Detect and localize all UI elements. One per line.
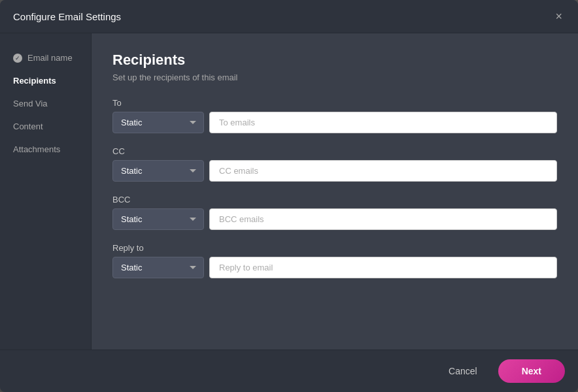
- sidebar-item-recipients[interactable]: Recipients: [0, 69, 91, 92]
- content-title: Recipients: [112, 52, 557, 69]
- field-label-cc: CC: [112, 146, 557, 156]
- cc-type-dropdown[interactable]: Static Dynamic Variable: [112, 160, 204, 182]
- check-icon-email-name: ✓: [13, 54, 22, 63]
- sidebar-item-email-name[interactable]: ✓ Email name: [0, 46, 91, 69]
- field-label-to: To: [112, 98, 557, 108]
- modal-title: Configure Email Settings: [13, 11, 121, 22]
- cancel-button[interactable]: Cancel: [435, 359, 490, 383]
- content-area: Recipients Set up the recipients of this…: [92, 33, 578, 350]
- sidebar: ✓ Email name Recipients Send Via Content…: [0, 33, 92, 350]
- bcc-type-dropdown[interactable]: Static Dynamic Variable: [112, 208, 204, 230]
- field-row-reply-to: Static Dynamic Variable: [112, 257, 557, 278]
- modal-body: ✓ Email name Recipients Send Via Content…: [0, 33, 578, 350]
- field-label-reply-to: Reply to: [112, 243, 557, 253]
- field-group-bcc: BCC Static Dynamic Variable: [112, 195, 557, 230]
- close-button[interactable]: ×: [552, 9, 565, 24]
- to-email-input[interactable]: [209, 112, 557, 133]
- field-row-cc: Static Dynamic Variable: [112, 160, 557, 182]
- sidebar-item-attachments[interactable]: Attachments: [0, 138, 91, 161]
- next-button[interactable]: Next: [498, 359, 565, 383]
- content-subtitle: Set up the recipients of this email: [112, 73, 557, 82]
- field-label-bcc: BCC: [112, 195, 557, 204]
- cc-email-input[interactable]: [209, 160, 557, 182]
- reply-to-type-dropdown[interactable]: Static Dynamic Variable: [112, 257, 204, 278]
- reply-to-email-input[interactable]: [209, 257, 557, 278]
- field-group-cc: CC Static Dynamic Variable: [112, 146, 557, 182]
- field-row-to: Static Dynamic Variable: [112, 112, 557, 133]
- modal-header: Configure Email Settings ×: [0, 0, 578, 33]
- bcc-email-input[interactable]: [209, 208, 557, 230]
- field-group-reply-to: Reply to Static Dynamic Variable: [112, 243, 557, 278]
- modal-footer: Cancel Next: [0, 350, 578, 392]
- to-type-dropdown[interactable]: Static Dynamic Variable: [112, 112, 204, 133]
- sidebar-item-send-via[interactable]: Send Via: [0, 92, 91, 115]
- configure-email-modal: Configure Email Settings × ✓ Email name …: [0, 0, 578, 392]
- sidebar-item-content[interactable]: Content: [0, 115, 91, 138]
- field-row-bcc: Static Dynamic Variable: [112, 208, 557, 230]
- field-group-to: To Static Dynamic Variable: [112, 98, 557, 133]
